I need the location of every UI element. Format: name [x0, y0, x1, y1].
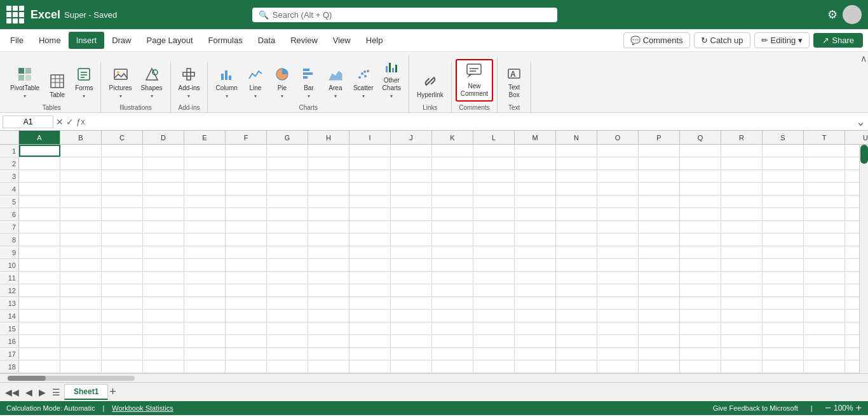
cell-I16[interactable]	[349, 335, 391, 347]
sheet-nav-first[interactable]: ◀◀	[3, 386, 22, 399]
cell-K13[interactable]	[432, 297, 473, 309]
cell-T3[interactable]	[804, 170, 845, 182]
menu-draw[interactable]: Draw	[104, 32, 139, 49]
cell-E18[interactable]	[184, 361, 226, 373]
cell-C14[interactable]	[102, 310, 143, 322]
cell-D1[interactable]	[143, 145, 184, 157]
cell-T14[interactable]	[804, 310, 845, 322]
cell-G2[interactable]	[267, 157, 308, 169]
cell-L9[interactable]	[473, 246, 515, 258]
cell-U14[interactable]	[845, 310, 859, 322]
cell-G17[interactable]	[267, 348, 308, 360]
cell-L13[interactable]	[473, 297, 515, 309]
cell-N10[interactable]	[556, 259, 597, 271]
cell-P2[interactable]	[639, 157, 680, 169]
cell-F6[interactable]	[226, 208, 267, 220]
cell-M6[interactable]	[515, 208, 556, 220]
cell-H10[interactable]	[308, 259, 349, 271]
cell-U12[interactable]	[845, 284, 859, 296]
cell-U16[interactable]	[845, 335, 859, 347]
cell-G8[interactable]	[267, 234, 308, 246]
settings-button[interactable]: ⚙	[827, 8, 837, 22]
new-comment-button[interactable]: NewComment	[456, 59, 493, 102]
cell-P9[interactable]	[639, 246, 680, 258]
cell-Q7[interactable]	[680, 221, 721, 233]
cell-M2[interactable]	[515, 157, 556, 169]
cell-F15[interactable]	[226, 322, 267, 334]
cell-L7[interactable]	[473, 221, 515, 233]
cell-A11[interactable]	[19, 272, 60, 284]
cell-L3[interactable]	[473, 170, 515, 182]
cell-E6[interactable]	[184, 208, 226, 220]
cell-U13[interactable]	[845, 297, 859, 309]
cell-I6[interactable]	[349, 208, 391, 220]
cell-N4[interactable]	[556, 183, 597, 195]
cell-K2[interactable]	[432, 157, 473, 169]
cell-A15[interactable]	[19, 322, 60, 334]
cell-P4[interactable]	[639, 183, 680, 195]
cell-B2[interactable]	[60, 157, 102, 169]
cell-R7[interactable]	[721, 221, 763, 233]
app-launcher-icon[interactable]	[6, 6, 24, 23]
menu-review[interactable]: Review	[283, 32, 325, 49]
cell-J2[interactable]	[391, 157, 432, 169]
cell-T5[interactable]	[804, 195, 845, 208]
cell-G15[interactable]	[267, 322, 308, 334]
cell-P15[interactable]	[639, 322, 680, 334]
cell-K11[interactable]	[432, 272, 473, 284]
add-sheet-button[interactable]: +	[109, 385, 116, 399]
cell-F1[interactable]	[226, 145, 267, 157]
workbook-stats-link[interactable]: Workbook Statistics	[112, 404, 173, 412]
cell-C10[interactable]	[102, 259, 143, 271]
col-header-M[interactable]: M	[515, 131, 556, 144]
cell-Q1[interactable]	[680, 145, 721, 157]
cell-U4[interactable]	[845, 183, 859, 195]
cell-I10[interactable]	[349, 259, 391, 271]
cell-K1[interactable]	[432, 145, 473, 157]
cell-F14[interactable]	[226, 310, 267, 322]
cell-B12[interactable]	[60, 284, 102, 296]
cell-A17[interactable]	[19, 348, 60, 360]
cell-Q9[interactable]	[680, 246, 721, 258]
menu-formulas[interactable]: Formulas	[201, 32, 250, 49]
cell-P12[interactable]	[639, 284, 680, 296]
cell-U1[interactable]	[845, 145, 859, 157]
cell-B13[interactable]	[60, 297, 102, 309]
cell-A1[interactable]	[19, 145, 60, 157]
cell-O8[interactable]	[597, 234, 639, 246]
cell-M18[interactable]	[515, 361, 556, 373]
cell-H16[interactable]	[308, 335, 349, 347]
cell-R18[interactable]	[721, 361, 763, 373]
menu-file[interactable]: File	[3, 32, 31, 49]
cell-S6[interactable]	[763, 208, 804, 220]
cell-L17[interactable]	[473, 348, 515, 360]
menu-page-layout[interactable]: Page Layout	[139, 32, 201, 49]
cell-C9[interactable]	[102, 246, 143, 258]
cell-Q5[interactable]	[680, 195, 721, 208]
cell-U9[interactable]	[845, 246, 859, 258]
cell-D2[interactable]	[143, 157, 184, 169]
cell-I4[interactable]	[349, 183, 391, 195]
cell-D13[interactable]	[143, 297, 184, 309]
cell-A3[interactable]	[19, 170, 60, 182]
cell-G16[interactable]	[267, 335, 308, 347]
cell-G12[interactable]	[267, 284, 308, 296]
cell-G1[interactable]	[267, 145, 308, 157]
menu-help[interactable]: Help	[358, 32, 391, 49]
cell-G4[interactable]	[267, 183, 308, 195]
cell-O7[interactable]	[597, 221, 639, 233]
area-chart-button[interactable]: Area ▾	[323, 65, 348, 102]
cell-J5[interactable]	[391, 195, 432, 208]
cell-T1[interactable]	[804, 145, 845, 157]
cell-M1[interactable]	[515, 145, 556, 157]
cell-F7[interactable]	[226, 221, 267, 233]
cell-L16[interactable]	[473, 335, 515, 347]
cell-F3[interactable]	[226, 170, 267, 182]
cell-J3[interactable]	[391, 170, 432, 182]
cell-A16[interactable]	[19, 335, 60, 347]
cell-N6[interactable]	[556, 208, 597, 220]
cell-I8[interactable]	[349, 234, 391, 246]
cell-P7[interactable]	[639, 221, 680, 233]
add-ins-button[interactable]: Add-ins ▾	[175, 65, 204, 102]
vertical-scrollbar[interactable]	[859, 145, 868, 373]
